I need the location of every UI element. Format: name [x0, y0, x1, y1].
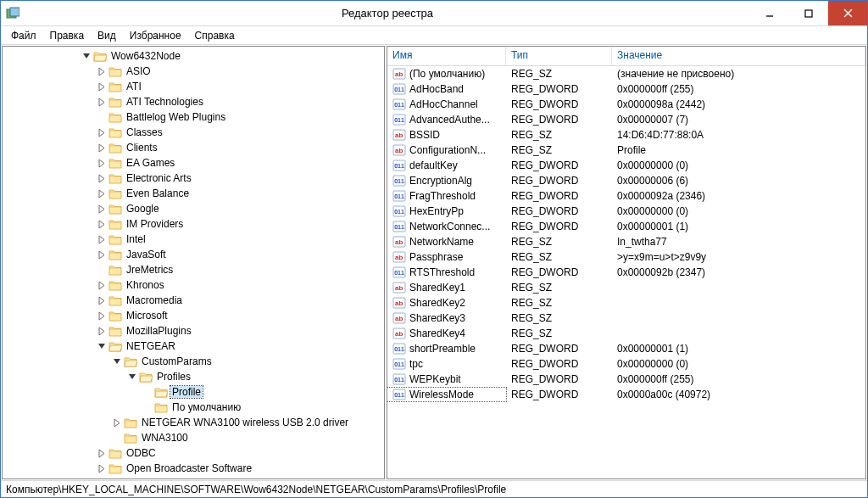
- tree-toggle-icon[interactable]: [82, 52, 92, 61]
- menu-file[interactable]: Файл: [4, 28, 43, 43]
- tree-item[interactable]: MozillaPlugins: [3, 323, 384, 339]
- list-row[interactable]: AdHocChannel REG_DWORD 0x0000098a (2442): [387, 97, 865, 112]
- list-row[interactable]: SharedKey4 REG_SZ: [387, 326, 865, 341]
- list-row[interactable]: HexEntryPp REG_DWORD 0x00000000 (0): [387, 204, 865, 219]
- list-row[interactable]: NetworkName REG_SZ In_twtha77: [387, 234, 865, 249]
- tree-toggle-icon[interactable]: [113, 357, 122, 367]
- list-pane: Имя Тип Значение (По умолчанию) REG_SZ (…: [387, 46, 866, 479]
- tree-item[interactable]: JreMetrics: [3, 262, 384, 277]
- tree-toggle-icon[interactable]: [97, 311, 107, 321]
- list-row[interactable]: ConfigurationN... REG_SZ Profile: [387, 143, 865, 158]
- value-name: Passphrase: [409, 251, 463, 263]
- list-row[interactable]: tpc REG_DWORD 0x00000000 (0): [387, 356, 865, 372]
- tree-toggle-icon[interactable]: [97, 67, 107, 76]
- tree-toggle-icon[interactable]: [97, 128, 107, 137]
- value-name: tpc: [409, 358, 423, 370]
- value-name: defaultKey: [409, 159, 458, 171]
- tree-toggle-icon[interactable]: [97, 464, 107, 473]
- tree-toggle-icon[interactable]: [97, 220, 107, 229]
- tree-item[interactable]: WNA3100: [3, 430, 384, 445]
- list-row[interactable]: RTSThreshold REG_DWORD 0x0000092b (2347): [387, 265, 865, 280]
- list-row[interactable]: WEPKeybit REG_DWORD 0x000000ff (255): [387, 372, 865, 387]
- tree-item[interactable]: CustomParams: [3, 354, 384, 369]
- tree-item[interactable]: По умолчанию: [3, 400, 384, 415]
- tree-item[interactable]: NETGEAR: [3, 339, 384, 354]
- tree-toggle-icon[interactable]: [128, 372, 137, 382]
- list-row[interactable]: shortPreamble REG_DWORD 0x00000001 (1): [387, 341, 865, 356]
- value-name: EncryptionAlg: [409, 175, 472, 187]
- list-row[interactable]: SharedKey1 REG_SZ: [387, 280, 865, 295]
- tree-item[interactable]: EA Games: [3, 155, 384, 171]
- tree-item[interactable]: Classes: [3, 125, 384, 140]
- tree-item[interactable]: Google: [3, 201, 384, 216]
- tree-toggle-icon[interactable]: [97, 342, 107, 351]
- tree-pane[interactable]: Wow6432Node ASIO ATI ATI Technologies Ba…: [2, 46, 385, 479]
- tree-item[interactable]: Khronos: [3, 277, 384, 293]
- list-row[interactable]: defaultKey REG_DWORD 0x00000000 (0): [387, 158, 865, 173]
- tree-toggle-icon[interactable]: [113, 418, 122, 428]
- value-name: ConfigurationN...: [409, 144, 486, 156]
- tree-toggle-icon[interactable]: [97, 281, 107, 290]
- tree-item[interactable]: Open Broadcaster Software: [3, 461, 384, 476]
- svg-rect-6: [805, 10, 812, 17]
- menu-edit[interactable]: Правка: [43, 28, 92, 43]
- value-type: REG_DWORD: [506, 175, 612, 187]
- tree-item-label: IM Providers: [125, 218, 185, 230]
- tree-item[interactable]: ATI: [3, 79, 384, 94]
- value-name: WEPKeybit: [409, 373, 461, 385]
- list-row[interactable]: NetworkConnec... REG_DWORD 0x00000001 (1…: [387, 219, 865, 234]
- tree-item[interactable]: Opera Software: [3, 476, 384, 479]
- tree-item[interactable]: Even Balance: [3, 186, 384, 201]
- tree-toggle-icon[interactable]: [97, 159, 107, 168]
- tree-item[interactable]: Profiles: [3, 369, 384, 384]
- list-row[interactable]: (По умолчанию) REG_SZ (значение не присв…: [387, 66, 865, 81]
- list-row[interactable]: AdvancedAuthe... REG_DWORD 0x00000007 (7…: [387, 112, 865, 127]
- tree-item[interactable]: Macromedia: [3, 293, 384, 308]
- value-data: 0x0000092b (2347): [612, 266, 865, 278]
- menu-view[interactable]: Вид: [91, 28, 123, 43]
- menu-fav[interactable]: Избранное: [123, 28, 188, 43]
- list-row[interactable]: SharedKey2 REG_SZ: [387, 295, 865, 311]
- menubar: Файл Правка Вид Избранное Справка: [1, 26, 867, 45]
- tree-toggle-icon[interactable]: [97, 189, 107, 199]
- menu-help[interactable]: Справка: [188, 28, 242, 43]
- col-header-type[interactable]: Тип: [506, 47, 612, 65]
- tree-item[interactable]: JavaSoft: [3, 247, 384, 262]
- list-row[interactable]: EncryptionAlg REG_DWORD 0x00000006 (6): [387, 173, 865, 188]
- close-button[interactable]: [828, 1, 867, 25]
- col-header-value[interactable]: Значение: [612, 47, 865, 65]
- list-row[interactable]: WirelessMode REG_DWORD 0x0000a00c (40972…: [387, 387, 865, 402]
- list-row[interactable]: SharedKey3 REG_SZ: [387, 311, 865, 326]
- maximize-button[interactable]: [789, 1, 828, 25]
- tree-toggle-icon[interactable]: [97, 327, 107, 336]
- list-row[interactable]: AdHocBand REG_DWORD 0x000000ff (255): [387, 81, 865, 97]
- tree-item[interactable]: Profile: [3, 384, 384, 400]
- tree-item[interactable]: NETGEAR WNA3100 wireless USB 2.0 driver: [3, 415, 384, 430]
- tree-toggle-icon[interactable]: [97, 98, 107, 107]
- tree-toggle-icon[interactable]: [97, 82, 107, 92]
- tree-toggle-icon[interactable]: [97, 204, 107, 214]
- tree-toggle-icon[interactable]: [97, 449, 107, 458]
- tree-item[interactable]: ATI Technologies: [3, 94, 384, 109]
- col-header-name[interactable]: Имя: [387, 47, 506, 65]
- list-row[interactable]: Passphrase REG_SZ >y=x9m=u>t>z9v9y: [387, 249, 865, 265]
- tree-item[interactable]: Intel: [3, 232, 384, 247]
- tree-toggle-icon[interactable]: [97, 143, 107, 153]
- tree-toggle-icon[interactable]: [97, 174, 107, 183]
- tree-toggle-icon[interactable]: [97, 250, 107, 260]
- list-row[interactable]: BSSID REG_SZ 14:D6:4D:77:88:0A: [387, 127, 865, 143]
- tree-item[interactable]: Battlelog Web Plugins: [3, 109, 384, 125]
- tree-item[interactable]: Clients: [3, 140, 384, 155]
- tree-item[interactable]: Microsoft: [3, 308, 384, 323]
- tree-item[interactable]: Electronic Arts: [3, 171, 384, 186]
- tree-toggle-icon[interactable]: [97, 235, 107, 244]
- minimize-button[interactable]: [750, 1, 789, 25]
- tree-toggle-icon[interactable]: [97, 296, 107, 305]
- tree-item[interactable]: ODBC: [3, 445, 384, 461]
- app-window: Редактор реестра Файл Правка Вид Избранн…: [0, 0, 868, 498]
- list-body[interactable]: (По умолчанию) REG_SZ (значение не присв…: [387, 66, 865, 478]
- tree-item[interactable]: IM Providers: [3, 216, 384, 232]
- list-row[interactable]: FragThreshold REG_DWORD 0x0000092a (2346…: [387, 188, 865, 204]
- tree-item[interactable]: Wow6432Node: [3, 48, 384, 64]
- tree-item[interactable]: ASIO: [3, 64, 384, 79]
